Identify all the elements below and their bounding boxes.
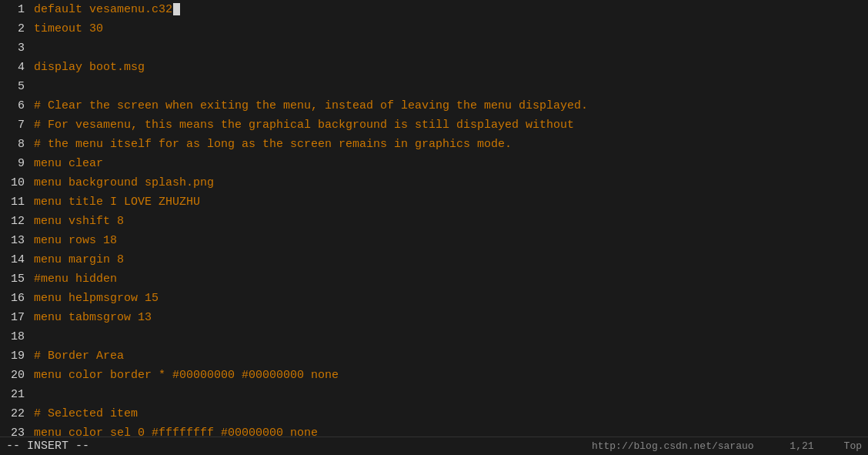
status-right-area: http://blog.csdn.net/sarauo 1,21 Top — [592, 440, 862, 452]
line-content: menu helpmsgrow 15 — [34, 292, 862, 305]
keyword-text: menu rows 18 — [34, 234, 117, 247]
line-10: 10menu background splash.png — [0, 176, 868, 196]
insert-mode-label: -- INSERT -- — [6, 440, 89, 453]
line-14: 14menu margin 8 — [0, 253, 868, 273]
line-2: 2timeout 30 — [0, 22, 868, 42]
watermark-url: http://blog.csdn.net/sarauo — [592, 440, 754, 452]
line-number: 22 — [6, 407, 25, 420]
keyword-text: timeout 30 — [34, 22, 103, 35]
text-cursor — [173, 3, 180, 15]
line-number: 17 — [6, 311, 25, 324]
line-number: 18 — [6, 330, 25, 343]
line-content: # Selected item — [34, 407, 862, 420]
status-bar: -- INSERT -- http://blog.csdn.net/sarauo… — [0, 437, 868, 455]
line-content: # For vesamenu, this means the graphical… — [34, 119, 862, 132]
cursor-position: 1,21 — [790, 440, 813, 452]
line-content: menu margin 8 — [34, 253, 862, 266]
line-content: #menu hidden — [34, 273, 862, 286]
line-17: 17menu tabmsgrow 13 — [0, 311, 868, 330]
line-22: 22# Selected item — [0, 407, 868, 427]
code-editor: 1default vesamenu.c322timeout 3034displa… — [0, 0, 868, 455]
keyword-text: menu vshift 8 — [34, 215, 124, 228]
line-20: 20menu color border * #00000000 #0000000… — [0, 369, 868, 388]
line-content: menu vshift 8 — [34, 215, 862, 228]
line-number: 9 — [6, 157, 25, 170]
line-8: 8# the menu itself for as long as the sc… — [0, 138, 868, 157]
line-number: 2 — [6, 22, 25, 35]
line-content: menu color border * #00000000 #00000000 … — [34, 369, 862, 382]
comment-text: # the menu itself for as long as the scr… — [34, 138, 512, 151]
line-1: 1default vesamenu.c32 — [0, 3, 868, 22]
line-number: 8 — [6, 138, 25, 151]
line-12: 12menu vshift 8 — [0, 215, 868, 234]
keyword-text: #menu hidden — [34, 273, 117, 286]
keyword-text: menu background splash.png — [34, 176, 214, 189]
line-number: 20 — [6, 369, 25, 382]
line-21: 21 — [0, 388, 868, 407]
line-4: 4display boot.msg — [0, 61, 868, 80]
line-content: menu title I LOVE ZHUZHU — [34, 196, 862, 209]
keyword-text: display boot.msg — [34, 61, 145, 74]
keyword-text: menu margin 8 — [34, 253, 124, 266]
line-content: menu clear — [34, 157, 862, 170]
comment-text: # For vesamenu, this means the graphical… — [34, 119, 574, 132]
line-number: 16 — [6, 292, 25, 305]
line-3: 3 — [0, 42, 868, 61]
line-number: 19 — [6, 350, 25, 363]
line-number: 4 — [6, 61, 25, 74]
line-content: menu background splash.png — [34, 176, 862, 189]
line-content: timeout 30 — [34, 22, 862, 35]
line-number: 13 — [6, 234, 25, 247]
comment-text: # Clear the screen when exiting the menu… — [34, 99, 588, 112]
line-15: 15#menu hidden — [0, 273, 868, 292]
keyword-text: menu clear — [34, 157, 103, 170]
scroll-position: Top — [844, 440, 862, 452]
line-16: 16menu helpmsgrow 15 — [0, 292, 868, 311]
keyword-text: menu color border * #00000000 #00000000 … — [34, 369, 339, 382]
line-content: menu tabmsgrow 13 — [34, 311, 862, 324]
line-13: 13menu rows 18 — [0, 234, 868, 253]
line-content: # the menu itself for as long as the scr… — [34, 138, 862, 151]
keyword-text: default vesamenu.c32 — [34, 3, 172, 16]
keyword-text: menu tabmsgrow 13 — [34, 311, 152, 324]
line-content: display boot.msg — [34, 61, 862, 74]
keyword-text: menu title I LOVE ZHUZHU — [34, 196, 200, 209]
line-number: 14 — [6, 253, 25, 266]
line-content: default vesamenu.c32 — [34, 3, 862, 16]
line-number: 15 — [6, 273, 25, 286]
comment-text: # Selected item — [34, 407, 138, 420]
line-content: menu rows 18 — [34, 234, 862, 247]
line-number: 6 — [6, 99, 25, 112]
line-11: 11menu title I LOVE ZHUZHU — [0, 196, 868, 215]
line-6: 6# Clear the screen when exiting the men… — [0, 99, 868, 119]
line-5: 5 — [0, 80, 868, 99]
line-number: 11 — [6, 196, 25, 209]
line-number: 7 — [6, 119, 25, 132]
line-number: 21 — [6, 388, 25, 401]
line-number: 10 — [6, 176, 25, 189]
line-7: 7# For vesamenu, this means the graphica… — [0, 119, 868, 138]
line-number: 12 — [6, 215, 25, 228]
line-content: # Border Area — [34, 350, 862, 363]
line-9: 9menu clear — [0, 157, 868, 176]
line-18: 18 — [0, 330, 868, 350]
keyword-text: menu helpmsgrow 15 — [34, 292, 159, 305]
comment-text: # Border Area — [34, 350, 124, 363]
line-content: # Clear the screen when exiting the menu… — [34, 99, 862, 112]
line-number: 5 — [6, 80, 25, 93]
line-number: 1 — [6, 3, 25, 16]
line-19: 19# Border Area — [0, 350, 868, 369]
line-number: 3 — [6, 42, 25, 55]
